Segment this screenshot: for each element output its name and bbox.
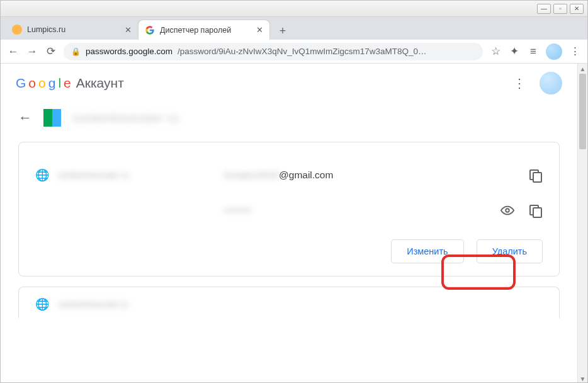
scroll-up-arrow-icon[interactable]: ▲ — [578, 64, 587, 74]
copy-username-button[interactable] — [528, 168, 543, 183]
forward-button[interactable]: → — [26, 45, 38, 58]
card-buttons-row: Изменить Удалить — [35, 239, 543, 263]
vertical-scrollbar[interactable]: ▲ ▼ — [577, 64, 587, 383]
account-label: Аккаунт — [76, 76, 124, 91]
chrome-menu-icon[interactable]: ⋮ — [568, 45, 581, 58]
reload-button[interactable]: ⟳ — [45, 45, 57, 58]
window-maximize-button[interactable]: ▫ — [553, 4, 567, 14]
page-title-row: ← contentmonster ru — [1, 103, 577, 142]
tab-lumpics[interactable]: Lumpics.ru ✕ — [6, 20, 138, 40]
globe-icon: 🌐 — [35, 297, 49, 311]
svg-point-1 — [506, 209, 509, 212]
logo-letter: e — [64, 76, 71, 91]
account-avatar[interactable] — [540, 72, 562, 94]
address-bar[interactable]: 🔒 passwords.google.com /password/9iAu-zN… — [64, 43, 483, 60]
tab-password-manager[interactable]: Диспетчер паролей ✕ — [138, 20, 270, 40]
profile-avatar[interactable] — [546, 43, 562, 60]
new-tab-button[interactable]: + — [274, 22, 291, 40]
globe-icon: 🌐 — [35, 168, 49, 182]
google-account-header: Google Аккаунт ⋮ — [1, 64, 577, 103]
browser-tab-strip: Lumpics.ru ✕ Диспетчер паролей ✕ + — [1, 17, 587, 40]
tab-favicon-icon — [12, 25, 22, 35]
back-arrow-button[interactable]: ← — [18, 110, 32, 126]
next-credential-card: 🌐 contentmonster.ru — [18, 287, 560, 318]
logo-letter: o — [28, 76, 36, 91]
logo-letter: G — [16, 76, 26, 91]
copy-icon — [529, 169, 541, 181]
url-path: /password/9iAu-zNvIwX3qNv_IvQ1mwImZigcsm… — [178, 47, 426, 56]
scroll-down-arrow-icon[interactable]: ▼ — [578, 374, 587, 383]
site-favicon-icon — [43, 109, 61, 127]
header-more-icon[interactable]: ⋮ — [513, 76, 526, 91]
lock-icon: 🔒 — [71, 47, 81, 56]
tab-title: Диспетчер паролей — [160, 26, 231, 35]
copy-icon — [529, 205, 541, 216]
window-close-button[interactable]: ✕ — [570, 4, 584, 14]
page-content: Google Аккаунт ⋮ ← contentmonster ru 🌐 c… — [1, 64, 587, 383]
google-logo: Google Аккаунт — [16, 76, 124, 91]
scroll-thumb[interactable] — [579, 74, 586, 149]
extensions-icon[interactable]: ✦ — [508, 45, 521, 58]
password-row: •••••••• — [35, 193, 543, 228]
window-titlebar: — ▫ ✕ — [1, 1, 587, 17]
site-name: contentmonster ru — [72, 110, 179, 125]
credential-card: 🌐 contentmonster ru lumpics2020 @gmail.c… — [18, 142, 560, 277]
logo-letter: l — [58, 76, 61, 91]
username-suffix: @gmail.com — [279, 169, 333, 181]
username-row: 🌐 contentmonster ru lumpics2020 @gmail.c… — [35, 157, 543, 193]
tab-title: Lumpics.ru — [27, 25, 65, 34]
show-password-button[interactable] — [500, 203, 515, 218]
site-domain: contentmonster ru — [58, 170, 129, 180]
username-value-blur: lumpics2020 — [224, 169, 279, 181]
edit-button[interactable]: Изменить — [391, 239, 463, 263]
back-button[interactable]: ← — [7, 45, 20, 58]
close-icon[interactable]: ✕ — [256, 25, 263, 35]
eye-icon — [500, 203, 514, 217]
tab-favicon-icon — [145, 25, 155, 35]
bookmark-star-icon[interactable]: ☆ — [489, 45, 502, 58]
browser-toolbar: ← → ⟳ 🔒 passwords.google.com /password/9… — [1, 40, 587, 64]
logo-letter: g — [48, 76, 56, 91]
window-minimize-button[interactable]: — — [537, 4, 551, 14]
copy-password-button[interactable] — [528, 203, 543, 218]
site-domain: contentmonster.ru — [58, 299, 128, 309]
password-value-blur: •••••••• — [224, 205, 251, 216]
close-icon[interactable]: ✕ — [125, 25, 132, 35]
url-host: passwords.google.com — [86, 47, 172, 56]
logo-letter: o — [38, 76, 46, 91]
delete-button[interactable]: Удалить — [477, 239, 543, 263]
reading-list-icon[interactable]: ≡ — [527, 45, 540, 58]
